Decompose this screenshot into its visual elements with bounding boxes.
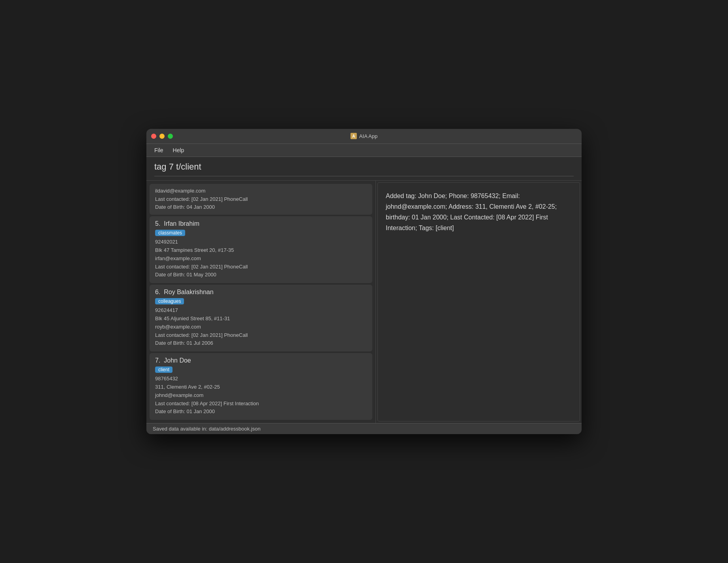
contact-last-contacted-6: Last contacted: [02 Jan 2021] PhoneCall <box>155 331 367 340</box>
contact-address-5: Blk 47 Tampines Street 20, #17-35 <box>155 246 367 255</box>
partial-detail-email: ildavid@example.com <box>155 187 367 195</box>
contact-last-contacted-7: Last contacted: [08 Apr 2022] First Inte… <box>155 400 367 408</box>
traffic-lights <box>151 134 173 139</box>
contact-email-5: irfan@example.com <box>155 255 367 263</box>
app-icon: A <box>351 133 357 139</box>
menu-help[interactable]: Help <box>171 146 186 154</box>
tag-badge-client: client <box>155 367 173 373</box>
tag-badge-colleagues: colleagues <box>155 298 184 304</box>
status-text: Saved data available in: data/addressboo… <box>153 426 260 432</box>
contact-address-6: Blk 45 Aljunied Street 85, #11-31 <box>155 315 367 323</box>
main-window: A AIA App File Help tag 7 t/client ildav… <box>146 129 582 434</box>
window-title: A AIA App <box>351 133 377 139</box>
minimize-button[interactable] <box>159 134 165 139</box>
contact-dob-6: Date of Birth: 01 Jul 2006 <box>155 339 367 348</box>
contact-phone-7: 98765432 <box>155 375 367 383</box>
maximize-button[interactable] <box>168 134 173 139</box>
partial-detail-dob: Date of Birth: 04 Jan 2000 <box>155 203 367 212</box>
partial-contact-card[interactable]: ildavid@example.com Last contacted: [02 … <box>150 184 372 215</box>
contact-dob-7: Date of Birth: 01 Jan 2000 <box>155 408 367 416</box>
contact-list[interactable]: ildavid@example.com Last contacted: [02 … <box>146 181 376 423</box>
status-bar: Saved data available in: data/addressboo… <box>146 423 582 434</box>
title-bar: A AIA App <box>146 129 582 144</box>
partial-detail-last-contacted: Last contacted: [02 Jan 2021] PhoneCall <box>155 195 367 204</box>
contact-name-7: 7. John Doe <box>155 357 367 364</box>
main-content: ildavid@example.com Last contacted: [02 … <box>146 181 582 423</box>
command-text: tag 7 t/client <box>154 162 574 172</box>
close-button[interactable] <box>151 134 156 139</box>
contact-dob-5: Date of Birth: 01 May 2000 <box>155 271 367 279</box>
menu-bar: File Help <box>146 144 582 157</box>
contact-last-contacted-5: Last contacted: [02 Jan 2021] PhoneCall <box>155 263 367 271</box>
window-title-text: AIA App <box>359 133 377 139</box>
contact-email-6: royb@example.com <box>155 323 367 331</box>
detail-text: Added tag: John Doe; Phone: 98765432; Em… <box>386 191 572 234</box>
contact-card-5[interactable]: 5. Irfan Ibrahim classmates 92492021 Blk… <box>150 216 372 283</box>
contact-name-5: 5. Irfan Ibrahim <box>155 220 367 227</box>
detail-panel: Added tag: John Doe; Phone: 98765432; Em… <box>377 182 580 421</box>
contact-phone-5: 92492021 <box>155 238 367 246</box>
menu-file[interactable]: File <box>153 146 165 154</box>
contact-card-6[interactable]: 6. Roy Balakrishnan colleagues 92624417 … <box>150 285 372 351</box>
contact-address-7: 311, Clementi Ave 2, #02-25 <box>155 383 367 391</box>
tag-badge-classmates: classmates <box>155 230 185 236</box>
contact-card-7[interactable]: 7. John Doe client 98765432 311, Clement… <box>150 353 372 420</box>
contact-email-7: johnd@example.com <box>155 391 367 400</box>
command-bar: tag 7 t/client <box>146 157 582 181</box>
contact-phone-6: 92624417 <box>155 306 367 315</box>
contact-name-6: 6. Roy Balakrishnan <box>155 289 367 296</box>
